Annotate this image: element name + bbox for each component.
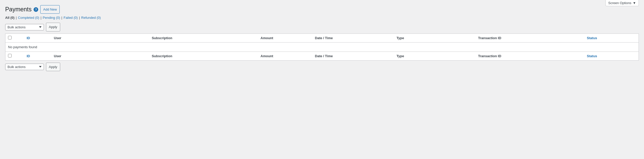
table-head: ID User Subscription Amount Date / Time … (5, 34, 639, 42)
select-all-checkbox-top[interactable] (8, 36, 12, 39)
filter-all[interactable]: All (0) (5, 16, 14, 20)
col-user-header: User (51, 34, 149, 42)
col-status-footer[interactable]: Status (584, 52, 639, 60)
filter-failed-link[interactable]: Failed (0) (64, 16, 78, 20)
col-id-footer[interactable]: ID (24, 52, 51, 60)
filter-refunded[interactable]: Refunded (0) (81, 16, 101, 20)
col-datetime-footer: Date / Time (312, 52, 394, 60)
col-amount-header: Amount (258, 34, 313, 42)
col-subscription-header: Subscription (149, 34, 258, 42)
col-type-footer: Type (394, 52, 476, 60)
col-transaction-footer: Transaction ID (476, 52, 584, 60)
bulk-action-bar-top: Bulk actions Apply (5, 23, 639, 31)
apply-button-bottom[interactable]: Apply (46, 63, 60, 71)
col-transaction-header: Transaction ID (476, 34, 584, 42)
select-all-checkbox-bottom[interactable] (8, 54, 12, 57)
filter-sep-4: | (79, 16, 80, 20)
filter-completed-link[interactable]: Completed (0) (18, 16, 39, 20)
filter-sep-2: | (41, 16, 41, 20)
filter-failed[interactable]: Failed (0) (64, 16, 78, 20)
filter-refunded-link[interactable]: Refunded (0) (81, 16, 101, 20)
table-foot: ID User Subscription Amount Date / Time … (5, 52, 639, 60)
col-subscription-footer: Subscription (149, 52, 258, 60)
table-body: No payments found (5, 42, 639, 52)
table-foot-row: ID User Subscription Amount Date / Time … (5, 52, 639, 60)
col-user-footer: User (51, 52, 149, 60)
filter-links: All (0) | Completed (0) | Pending (0) | … (5, 16, 639, 20)
bulk-actions-select-bottom[interactable]: Bulk actions (5, 64, 44, 70)
page-wrapper: Screen Options ▼ Payments ? Add New All … (0, 0, 644, 76)
filter-sep-1: | (16, 16, 17, 20)
bulk-action-bar-bottom: Bulk actions Apply (5, 63, 639, 71)
col-datetime-header: Date / Time (312, 34, 394, 42)
no-items-row: No payments found (5, 42, 639, 52)
add-new-button[interactable]: Add New (40, 5, 60, 14)
filter-pending-link[interactable]: Pending (0) (43, 16, 60, 20)
no-items-cell: No payments found (5, 42, 639, 52)
table-head-row: ID User Subscription Amount Date / Time … (5, 34, 639, 42)
filter-completed[interactable]: Completed (0) (18, 16, 39, 20)
filter-sep-3: | (61, 16, 62, 20)
col-checkbox-footer (5, 52, 24, 60)
bulk-actions-select-top[interactable]: Bulk actions (5, 24, 44, 30)
screen-options-chevron-icon: ▼ (633, 1, 636, 5)
top-bar: Payments ? Add New (5, 5, 639, 14)
screen-options-button[interactable]: Screen Options ▼ (606, 0, 639, 6)
help-icon[interactable]: ? (34, 7, 38, 12)
col-checkbox-header (5, 34, 24, 42)
title-area: Payments ? Add New (5, 5, 60, 14)
col-status-header[interactable]: Status (584, 34, 639, 42)
col-type-header: Type (394, 34, 476, 42)
payments-table: ID User Subscription Amount Date / Time … (5, 34, 639, 61)
col-amount-footer: Amount (258, 52, 313, 60)
filter-pending[interactable]: Pending (0) (43, 16, 60, 20)
apply-button-top[interactable]: Apply (46, 23, 60, 31)
page-title: Payments (5, 6, 32, 13)
col-id-header[interactable]: ID (24, 34, 51, 42)
filter-all-link[interactable]: All (0) (5, 16, 14, 20)
screen-options-label: Screen Options (608, 1, 632, 5)
